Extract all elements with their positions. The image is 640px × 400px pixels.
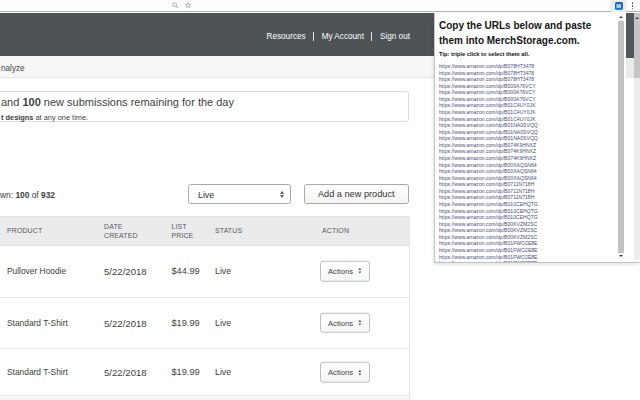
browser-window: M Resources My Account Sign out nalyze a… — [0, 0, 640, 400]
cell-price: $44.99 — [172, 266, 200, 276]
url-item[interactable]: https://www.amazon.com/dp/B01NA0SVQQ — [439, 122, 617, 129]
url-item[interactable]: https://www.amazon.com/dp/B01C4UY0JK — [439, 109, 617, 116]
status-filter-select[interactable]: Live — [188, 184, 291, 204]
cell-product: Standard T-Shirt — [7, 367, 68, 377]
actions-arrows-icon — [358, 320, 362, 325]
submissions-alert: and 100 new submissions remaining for th… — [0, 91, 409, 123]
merchstorage-extension-icon[interactable]: M — [615, 2, 623, 10]
cell-product: Standard T-Shirt — [7, 318, 68, 328]
col-header-status: STATUS — [215, 226, 242, 235]
page-scrollbar-thumb[interactable] — [634, 13, 640, 78]
cell-date: 5/22/2018 — [104, 317, 147, 328]
cell-status: Live — [215, 367, 231, 377]
products-shown-count: wn: 100 of 932 — [0, 190, 55, 200]
table-right-border — [409, 216, 410, 400]
toolbar-bottom-edge — [0, 11, 640, 12]
url-item[interactable]: https://www.amazon.com/dp/B00XAQSN64 — [439, 161, 617, 168]
url-item[interactable]: https://www.amazon.com/dp/B074K9HNXZ — [439, 148, 617, 155]
url-item[interactable]: https://www.amazon.com/dp/B01FWO2E8E — [439, 240, 617, 247]
page-scrollbar[interactable] — [634, 13, 640, 260]
popup-tip: Tip: triple click to select them all. — [439, 51, 529, 57]
nav-separator — [371, 32, 372, 41]
bookmark-star-icon[interactable] — [185, 2, 192, 9]
popup-url-list[interactable]: https://www.amazon.com/dp/B078HT3478http… — [439, 63, 617, 263]
col-header-date-created: DATE CREATED — [104, 221, 146, 240]
subnav-analyze-tab[interactable]: nalyze — [1, 64, 25, 73]
scroll-up-icon[interactable] — [618, 13, 625, 21]
header-nav: Resources My Account Sign out — [266, 13, 410, 56]
page-scroll-up-icon — [634, 14, 640, 22]
cell-date: 5/22/2018 — [104, 266, 147, 277]
table-row: Pullover Hoodie 5/22/2018 $44.99 Live Ac… — [0, 246, 409, 298]
popup-title: Copy the URLs below and paste them into … — [439, 18, 604, 48]
popup-scrollbar[interactable] — [626, 13, 634, 263]
alert-line2: t designs at any one time. — [1, 113, 408, 122]
extension-popup: Copy the URLs below and paste them into … — [434, 13, 640, 263]
cell-price: $19.99 — [172, 367, 200, 377]
status-filter-value: Live — [198, 190, 214, 200]
cell-status: Live — [215, 266, 231, 276]
col-header-list-price: LIST PRICE — [172, 221, 199, 240]
search-icon[interactable] — [172, 2, 179, 9]
cell-status: Live — [215, 318, 231, 328]
table-row: Standard T-Shirt 5/22/2018 $19.99 Live A… — [0, 349, 409, 396]
url-item[interactable]: https://www.amazon.com/dp/B010CEHQTG — [439, 201, 617, 208]
table-row: Standard T-Shirt 5/22/2018 $19.99 Live A… — [0, 298, 409, 350]
browser-menu-icon[interactable] — [632, 2, 634, 10]
col-header-action: ACTION — [322, 226, 349, 235]
url-item[interactable]: https://www.amazon.com/dp/B0711N718H — [439, 188, 617, 195]
cell-date: 5/22/2018 — [104, 367, 147, 378]
url-item[interactable]: https://www.amazon.com/dp/B000A76VCY — [439, 96, 617, 103]
url-item[interactable]: https://www.amazon.com/dp/B078HT3478 — [439, 69, 617, 76]
url-item[interactable]: https://www.amazon.com/dp/B01FWO2E8E — [439, 260, 617, 263]
url-item[interactable]: https://www.amazon.com/dp/B010CEHQTG — [439, 214, 617, 221]
url-item[interactable]: https://www.amazon.com/dp/B01FWO2E8E — [439, 253, 617, 260]
cell-product: Pullover Hoodie — [7, 266, 66, 276]
scroll-down-icon[interactable] — [618, 253, 625, 261]
actions-arrows-icon — [358, 369, 362, 374]
list-scrollbar[interactable] — [618, 13, 625, 260]
nav-separator — [313, 32, 314, 41]
actions-button[interactable]: Actions — [320, 261, 370, 282]
nav-my-account-link[interactable]: My Account — [322, 32, 364, 41]
nav-resources-link[interactable]: Resources — [266, 32, 305, 41]
table-footer-strip — [0, 397, 409, 400]
cell-price: $19.99 — [172, 318, 200, 328]
alert-line1: and 100 new submissions remaining for th… — [1, 96, 408, 108]
actions-button[interactable]: Actions — [320, 362, 370, 383]
url-item[interactable]: https://www.amazon.com/dp/B000A76VCY — [439, 82, 617, 89]
add-product-button[interactable]: Add a new product — [304, 184, 409, 204]
url-item[interactable]: https://www.amazon.com/dp/B00XAQSN64 — [439, 174, 617, 181]
select-arrows-icon — [279, 191, 284, 199]
popup-scrollbar-thumb[interactable] — [626, 13, 634, 58]
nav-sign-out-link[interactable]: Sign out — [380, 32, 410, 41]
url-item[interactable]: https://www.amazon.com/dp/B00KVZM2SC — [439, 227, 617, 234]
url-item[interactable]: https://www.amazon.com/dp/B01NA0SVQQ — [439, 135, 617, 142]
popup-scrollbar-track — [626, 58, 634, 79]
browser-toolbar: M — [0, 0, 640, 13]
table-header: PRODUCT DATE CREATED LIST PRICE STATUS A… — [0, 216, 409, 246]
col-header-product: PRODUCT — [7, 226, 42, 235]
actions-button[interactable]: Actions — [320, 313, 370, 334]
actions-arrows-icon — [358, 268, 362, 273]
